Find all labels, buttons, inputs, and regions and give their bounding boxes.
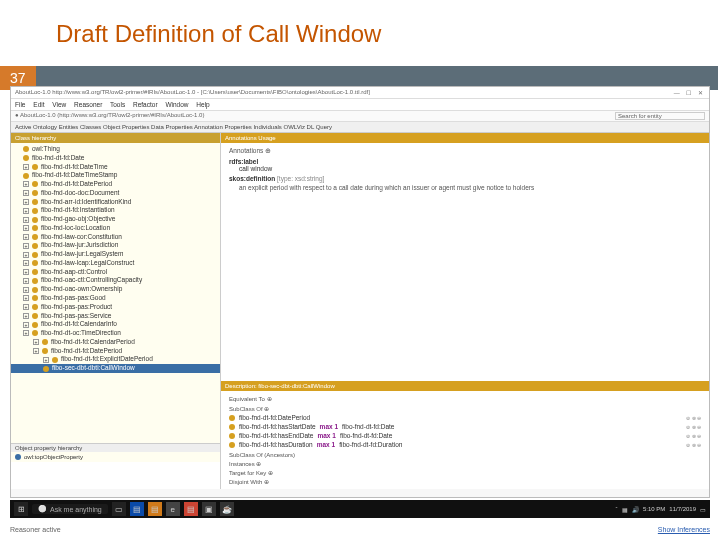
menu-tools[interactable]: Tools [110, 101, 125, 108]
tree-item[interactable]: +fibo-fnd-dt-oc:TimeDirection [11, 329, 220, 338]
tree-item-label: fibo-fnd-law-jur:LegalSystem [41, 250, 123, 259]
expand-icon[interactable]: + [23, 269, 29, 275]
tree-item[interactable]: +fibo-fnd-doc-doc:Document [11, 189, 220, 198]
expand-icon[interactable]: + [23, 181, 29, 187]
axiom-tools[interactable]: ⊚ ⊗ ⊖ [686, 415, 701, 421]
description-header: Description: fibo-sec-dbt-dbti:CallWindo… [221, 381, 709, 391]
taskbar-app-4[interactable]: ▤ [184, 502, 198, 516]
tree-item[interactable]: +fibo-fnd-law-jur:Jurisdiction [11, 241, 220, 250]
expand-icon[interactable]: + [43, 357, 49, 363]
tree-item[interactable]: +fibo-fnd-dt-fd:DatePeriod [11, 180, 220, 189]
expand-icon[interactable]: + [23, 252, 29, 258]
axiom-tools[interactable]: ⊚ ⊗ ⊖ [686, 433, 701, 439]
tree-item[interactable]: +fibo-fnd-dt-fd:ExplicitDatePeriod [11, 355, 220, 364]
expand-icon[interactable]: + [23, 330, 29, 336]
taskbar-app-3[interactable]: e [166, 502, 180, 516]
tree-item[interactable]: +fibo-fnd-dt-fd:DateTime [11, 163, 220, 172]
menu-edit[interactable]: Edit [33, 101, 44, 108]
show-inferences-link[interactable]: Show Inferences [658, 526, 710, 533]
axiom-tools[interactable]: ⊚ ⊗ ⊖ [686, 442, 701, 448]
tree-item[interactable]: +fibo-fnd-dt-fd:Instantiation [11, 206, 220, 215]
tree-item[interactable]: +fibo-fnd-loc-loc:Location [11, 224, 220, 233]
tree-item[interactable]: +fibo-fnd-dt-fd:CalendarPeriod [11, 338, 220, 347]
tree-item[interactable]: owl:Thing [11, 145, 220, 154]
tree-item-label: fibo-fnd-dt-oc:TimeDirection [41, 329, 121, 338]
entity-search-input[interactable]: Search for entity [615, 112, 705, 120]
tree-item[interactable]: +fibo-fnd-pas-pas:Product [11, 303, 220, 312]
tree-item[interactable]: +fibo-fnd-aap-ctl:Control [11, 268, 220, 277]
expand-icon[interactable]: + [33, 339, 39, 345]
system-tray[interactable]: ˄ ▦ 🔊 5:10 PM 11/7/2019 ▭ [615, 506, 706, 513]
menu-reasoner[interactable]: Reasoner [74, 101, 102, 108]
expand-icon[interactable]: + [23, 199, 29, 205]
tray-volume-icon[interactable]: 🔊 [632, 506, 639, 513]
expand-icon[interactable]: + [23, 234, 29, 240]
expand-icon[interactable]: + [23, 322, 29, 328]
menu-view[interactable]: View [52, 101, 66, 108]
tree-item[interactable]: +fibo-fnd-law-cor:Constitution [11, 233, 220, 242]
tree-item[interactable]: +fibo-fnd-arr-id:IdentificationKind [11, 198, 220, 207]
tree-item[interactable]: +fibo-fnd-oac-own:Ownership [11, 285, 220, 294]
tree-item[interactable]: +fibo-fnd-pas-pas:Service [11, 312, 220, 321]
tree-item-label: fibo-fnd-dt-fd:CalendarInfo [41, 320, 117, 329]
expand-icon[interactable]: + [23, 313, 29, 319]
tree-item[interactable]: +fibo-fnd-law-jur:LegalSystem [11, 250, 220, 259]
taskbar-app-1[interactable]: ▤ [130, 502, 144, 516]
add-subclass-icon[interactable]: ⊕ [264, 406, 269, 412]
tray-chevron-icon[interactable]: ˄ [615, 506, 618, 513]
menu-help[interactable]: Help [196, 101, 209, 108]
tree-item[interactable]: +fibo-fnd-dt-fd:DatePeriod [11, 347, 220, 356]
main-tabs[interactable]: Active Ontology Entities Classes Object … [11, 122, 709, 133]
axiom-tools[interactable]: ⊚ ⊗ ⊖ [686, 424, 701, 430]
add-target-icon[interactable]: ⊕ [268, 470, 273, 476]
class-icon [32, 252, 38, 258]
tree-item[interactable]: fibo-fnd-dt-fd:DateTimeStamp [11, 171, 220, 180]
expand-icon[interactable]: + [23, 190, 29, 196]
subclass-axiom[interactable]: fibo-fnd-dt-fd:hasStartDate max 1 fibo-f… [229, 422, 701, 431]
add-equivalent-icon[interactable]: ⊕ [267, 396, 272, 402]
add-disjoint-icon[interactable]: ⊕ [264, 479, 269, 485]
tree-item[interactable]: +fibo-fnd-oac-ctl:ControllingCapacity [11, 276, 220, 285]
object-property-item[interactable]: owl:topObjectProperty [11, 452, 220, 462]
expand-icon[interactable]: + [23, 287, 29, 293]
taskbar-search[interactable]: ⚪ Ask me anything [32, 504, 108, 514]
expand-icon[interactable]: + [23, 278, 29, 284]
minimize-button[interactable]: — [672, 90, 682, 96]
expand-icon[interactable]: + [23, 208, 29, 214]
add-instance-icon[interactable]: ⊕ [256, 461, 261, 467]
taskbar-app-6[interactable]: ☕ [220, 502, 234, 516]
expand-icon[interactable]: + [23, 260, 29, 266]
expand-icon[interactable]: + [33, 348, 39, 354]
tree-item[interactable]: +fibo-fnd-law-lcap:LegalConstruct [11, 259, 220, 268]
tree-item[interactable]: +fibo-fnd-pas-pas:Good [11, 294, 220, 303]
taskbar-app-2[interactable]: ▤ [148, 502, 162, 516]
task-view-icon[interactable]: ▭ [112, 502, 126, 516]
expand-icon[interactable]: + [23, 217, 29, 223]
menu-file[interactable]: File [15, 101, 25, 108]
action-center-icon[interactable]: ▭ [700, 506, 706, 513]
expand-icon[interactable]: + [23, 304, 29, 310]
equivalent-to-label: Equivalent To ⊕ [229, 395, 701, 402]
class-hierarchy-tree[interactable]: owl:Thingfibo-fnd-dt-fd:Date+fibo-fnd-dt… [11, 143, 220, 443]
taskbar-app-5[interactable]: ▣ [202, 502, 216, 516]
expand-icon[interactable]: + [23, 164, 29, 170]
expand-icon[interactable]: + [23, 243, 29, 249]
subclass-anc-label: SubClass Of (Ancestors) [229, 449, 701, 458]
maximize-button[interactable]: ☐ [683, 89, 693, 96]
menu-refactor[interactable]: Refactor [133, 101, 158, 108]
start-button[interactable]: ⊞ [14, 502, 28, 516]
subclass-axiom[interactable]: fibo-fnd-dt-fd:hasEndDate max 1 fibo-fnd… [229, 431, 701, 440]
tree-item[interactable]: fibo-fnd-dt-fd:Date [11, 154, 220, 163]
tree-item[interactable]: +fibo-fnd-gao-obj:Objective [11, 215, 220, 224]
close-button[interactable]: ✕ [695, 89, 705, 96]
annotations-tabbar[interactable]: Annotations Usage [221, 133, 709, 143]
expand-icon[interactable]: + [23, 295, 29, 301]
subclass-axiom[interactable]: fibo-fnd-dt-fd:hasDuration max 1 fibo-fn… [229, 440, 701, 449]
expand-icon[interactable]: + [23, 225, 29, 231]
windows-taskbar[interactable]: ⊞ ⚪ Ask me anything ▭ ▤ ▤ e ▤ ▣ ☕ ˄ ▦ 🔊 … [10, 500, 710, 518]
menu-window[interactable]: Window [165, 101, 188, 108]
tray-network-icon[interactable]: ▦ [622, 506, 628, 513]
tree-item[interactable]: +fibo-fnd-dt-fd:CalendarInfo [11, 320, 220, 329]
tree-item[interactable]: fibo-sec-dbt-dbti:CallWindow [11, 364, 220, 373]
subclass-axiom[interactable]: fibo-fnd-dt-fd:DatePeriod⊚ ⊗ ⊖ [229, 413, 701, 422]
